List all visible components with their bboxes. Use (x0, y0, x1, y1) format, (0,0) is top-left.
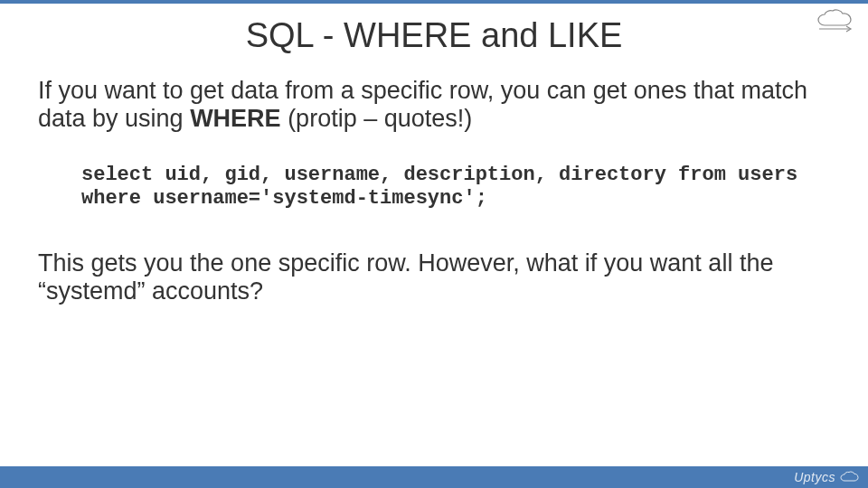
sql-code-block: select uid, gid, username, description, … (81, 164, 814, 211)
outro-paragraph: This gets you the one specific row. Howe… (38, 249, 832, 305)
intro-paragraph: If you want to get data from a specific … (38, 77, 832, 133)
footer-bar: Uptycs (0, 466, 868, 488)
cloud-arrow-icon (814, 9, 857, 34)
slide-title: SQL - WHERE and LIKE (0, 16, 868, 55)
intro-keyword: WHERE (190, 105, 281, 132)
slide-content: If you want to get data from a specific … (0, 77, 868, 305)
footer-brand-text: Uptycs (794, 470, 835, 484)
intro-text-suffix: (protip – quotes!) (281, 105, 473, 132)
top-accent-bar (0, 0, 868, 4)
cloud-icon (839, 471, 859, 483)
